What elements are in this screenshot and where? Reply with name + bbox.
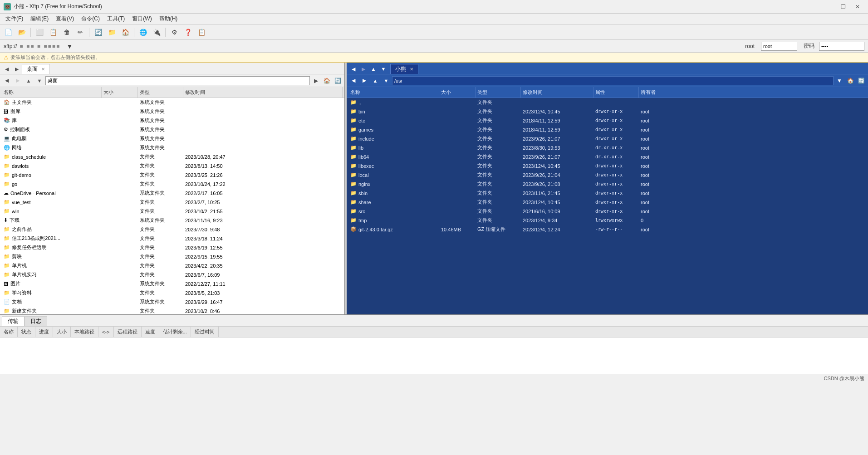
rename-btn[interactable]: ✏ — [74, 26, 87, 38]
left-addr-dropdown[interactable]: ▼ — [34, 76, 44, 86]
right-col-owner[interactable]: 所有者 — [639, 87, 866, 98]
list-item[interactable]: 📁 lib 文件夹 2023/8/30, 19:53 dr-xr-xr-x ro… — [347, 143, 868, 152]
left-col-size[interactable]: 大小 — [102, 87, 138, 98]
list-item[interactable]: 📁 go 文件夹 2023/10/24, 17:22 — [0, 180, 344, 189]
list-item[interactable]: 📁 bin 文件夹 2023/12/4, 10:45 drwxr-xr-x ro… — [347, 107, 868, 116]
right-col-modified[interactable]: 修改时间 — [521, 87, 593, 98]
list-item[interactable]: 📁 git-demo 文件夹 2023/3/25, 21:26 — [0, 171, 344, 180]
transfer-tab-传输[interactable]: 传输 — [2, 316, 25, 326]
home-btn[interactable]: 🏠 — [119, 26, 132, 38]
list-item[interactable]: 📁 games 文件夹 2018/4/11, 12:59 drwxr-xr-x … — [347, 125, 868, 134]
menu-item-h[interactable]: 帮助(H) — [156, 14, 181, 24]
left-back-btn[interactable]: ◀ — [2, 76, 12, 86]
menu-item-f[interactable]: 文件(F) — [2, 14, 27, 24]
right-addr-input[interactable] — [392, 76, 834, 85]
list-item[interactable]: 📁 share 文件夹 2023/12/4, 10:45 drwxr-xr-x … — [347, 198, 868, 207]
right-home-btn[interactable]: 🏠 — [845, 76, 855, 86]
connect-btn[interactable]: 🔌 — [150, 26, 163, 38]
conn-user-input[interactable] — [761, 42, 797, 51]
left-col-modified[interactable]: 修改时间 — [183, 87, 343, 98]
right-file-list[interactable]: 📁 .. 文件夹 📁 bin 文件夹 2023/12/4, 10:45 drwx… — [347, 98, 868, 314]
list-item[interactable]: 📁 修复任务栏透明 文件夹 2023/6/19, 12:55 — [0, 243, 344, 252]
transfer-col-header[interactable]: <-> — [98, 327, 114, 337]
right-tab-main[interactable]: 小熊 ✕ — [390, 64, 418, 74]
list-item[interactable]: ⚙ 控制面板 系统文件夹 — [0, 125, 344, 134]
transfer-tab-日志[interactable]: 日志 — [25, 316, 47, 326]
right-col-type[interactable]: 类型 — [476, 87, 521, 98]
right-forward-arrow[interactable]: ▶ — [358, 64, 368, 74]
menu-item-t[interactable]: 工具(T) — [103, 14, 128, 24]
list-item[interactable]: 📁 剪映 文件夹 2022/9/15, 19:55 — [0, 252, 344, 261]
list-item[interactable]: 📁 之前作品 文件夹 2023/7/30, 9:48 — [0, 225, 344, 234]
list-item[interactable]: 📄 文档 系统文件夹 2023/9/29, 16:47 — [0, 298, 344, 307]
conn-pass-input[interactable] — [819, 42, 864, 51]
menu-item-c[interactable]: 命令(C) — [78, 14, 103, 24]
paste-btn[interactable]: 📋 — [47, 26, 59, 38]
menu-item-v[interactable]: 查看(V) — [52, 14, 78, 24]
list-item[interactable]: 🖼 图片 系统文件夹 2022/12/27, 11:11 — [0, 279, 344, 289]
right-forward-btn[interactable]: ▶ — [359, 76, 369, 86]
close-button[interactable]: ✕ — [851, 2, 864, 11]
right-tab-close[interactable]: ✕ — [410, 67, 413, 72]
right-col-size[interactable]: 大小 — [439, 87, 476, 98]
list-item[interactable]: 📁 tmp 文件夹 2023/12/4, 9:34 lrwxrwxrwx 0 — [347, 216, 868, 225]
list-item[interactable]: ☁ OneDrive - Personal 系统文件夹 2022/2/17, 1… — [0, 189, 344, 198]
folder-btn[interactable]: 📁 — [105, 26, 118, 38]
list-item[interactable]: 📁 .. 文件夹 — [347, 98, 868, 107]
list-item[interactable]: 💻 此电脑 系统文件夹 — [0, 134, 344, 143]
left-col-name[interactable]: 名称 — [2, 87, 102, 98]
left-home-btn[interactable]: 🏠 — [322, 76, 332, 86]
left-tab-desktop[interactable]: 桌面 ✕ — [22, 64, 50, 74]
list-item[interactable]: 📁 src 文件夹 2021/6/16, 10:09 drwxr-xr-x ro… — [347, 207, 868, 216]
transfer-col-header[interactable]: 大小 — [53, 327, 71, 337]
left-tab-close[interactable]: ✕ — [41, 67, 45, 72]
list-item[interactable]: 📁 win 文件夹 2023/10/2, 21:55 — [0, 207, 344, 216]
right-addr-dropdown2[interactable]: ▼ — [378, 64, 388, 74]
list-item[interactable]: 📁 sbin 文件夹 2023/11/6, 21:45 drwxr-xr-x r… — [347, 189, 868, 198]
list-item[interactable]: 📁 dawlots 文件夹 2023/8/13, 14:50 — [0, 161, 344, 171]
new-session-btn[interactable]: 📄 — [2, 26, 15, 38]
right-col-perms[interactable]: 属性 — [593, 87, 639, 98]
left-col-type[interactable]: 类型 — [138, 87, 183, 98]
conn-dropdown-btn[interactable]: ▼ — [63, 40, 76, 52]
list-item[interactable]: 📁 nginx 文件夹 2023/9/26, 21:08 drwxr-xr-x … — [347, 180, 868, 189]
transfer-col-header[interactable]: 名称 — [0, 327, 18, 337]
right-addr-dd[interactable]: ▼ — [381, 76, 391, 86]
list-item[interactable]: 📁 include 文件夹 2023/9/26, 21:07 drwxr-xr-… — [347, 134, 868, 143]
left-prev-arrow[interactable]: ◀ — [2, 64, 12, 74]
left-file-list[interactable]: 🏠 主文件夹 系统文件夹 🖼 图库 系统文件夹 📚 库 系统文件夹 — [0, 98, 344, 314]
list-item[interactable]: 📁 单片机实习 文件夹 2023/6/7, 16:09 — [0, 270, 344, 279]
list-item[interactable]: 🏠 主文件夹 系统文件夹 — [0, 98, 344, 107]
right-refresh-btn[interactable]: 🔄 — [856, 76, 866, 86]
transfer-col-header[interactable]: 远程路径 — [114, 327, 142, 337]
transfer-col-header[interactable]: 速度 — [142, 327, 159, 337]
menu-item-w[interactable]: 窗口(W) — [128, 14, 155, 24]
left-refresh-btn[interactable]: 🔄 — [333, 76, 343, 86]
list-item[interactable]: 📁 local 文件夹 2023/9/26, 21:04 drwxr-xr-x … — [347, 171, 868, 180]
right-addr-dropdown-btn[interactable]: ▼ — [834, 76, 844, 86]
refresh-btn[interactable]: 🔄 — [92, 26, 104, 38]
list-item[interactable]: 📁 vue_test 文件夹 2023/2/7, 10:25 — [0, 198, 344, 207]
list-item[interactable]: 📦 git-2.43.0.tar.gz 10.46MB GZ 压缩文件 2023… — [347, 225, 868, 234]
globe-btn[interactable]: 🌐 — [137, 26, 149, 38]
list-item[interactable]: ⬇ 下载 系统文件夹 2023/11/16, 9:23 — [0, 216, 344, 225]
list-item[interactable]: 📁 学习资料 文件夹 2023/8/5, 21:03 — [0, 289, 344, 298]
list-item[interactable]: 📁 libexec 文件夹 2023/12/4, 10:45 drwxr-xr-… — [347, 161, 868, 171]
delete-btn[interactable]: 🗑 — [60, 26, 73, 38]
minimize-button[interactable]: — — [822, 2, 835, 11]
right-col-name[interactable]: 名称 — [348, 87, 439, 98]
list-item[interactable]: 🌐 网络 系统文件夹 — [0, 143, 344, 152]
left-next-arrow[interactable]: ▶ — [12, 64, 22, 74]
right-up-arrow[interactable]: ▲ — [368, 64, 378, 74]
left-up-btn[interactable]: ▲ — [24, 76, 34, 86]
help-btn[interactable]: ❓ — [181, 26, 194, 38]
list-item[interactable]: 🖼 图库 系统文件夹 — [0, 107, 344, 116]
settings-btn[interactable]: ⚙ — [168, 26, 181, 38]
right-prev-arrow[interactable]: ◀ — [348, 64, 358, 74]
list-item[interactable]: 📁 lib64 文件夹 2023/9/26, 21:07 dr-xr-xr-x … — [347, 152, 868, 161]
list-item[interactable]: 📁 etc 文件夹 2018/4/11, 12:59 drwxr-xr-x ro… — [347, 116, 868, 125]
list-item[interactable]: 📚 库 系统文件夹 — [0, 116, 344, 125]
transfer-col-header[interactable]: 本地路径 — [71, 327, 98, 337]
transfer-col-header[interactable]: 进度 — [35, 327, 53, 337]
transfer-col-header[interactable]: 经过时间 — [191, 327, 219, 337]
